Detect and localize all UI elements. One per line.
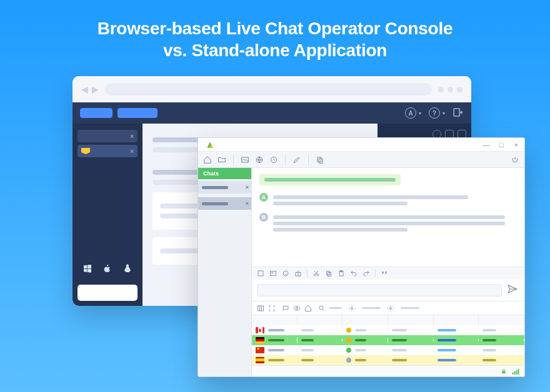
nav-back-icon[interactable]: ◀ [81, 84, 88, 94]
chat-transcript: A B [252, 168, 524, 267]
svg-rect-24 [516, 370, 518, 375]
edit-icon[interactable] [292, 155, 301, 164]
image-icon[interactable] [241, 155, 249, 164]
desktop-app-window: — □ × Chats × [198, 137, 525, 377]
gift-icon[interactable] [294, 270, 302, 277]
desktop-titlebar: — □ × [198, 138, 524, 152]
clock-icon[interactable] [269, 155, 278, 164]
flag-spain-icon [256, 357, 264, 363]
svg-point-9 [283, 271, 288, 276]
emoji-icon[interactable] [282, 270, 289, 277]
svg-rect-14 [328, 273, 331, 277]
undo-icon[interactable] [350, 270, 358, 277]
folder-icon[interactable] [218, 155, 226, 164]
svg-rect-25 [518, 369, 519, 375]
paste-icon[interactable] [338, 270, 345, 277]
close-icon[interactable]: × [246, 184, 249, 190]
visitor-row[interactable] [252, 325, 524, 335]
minimize-button[interactable]: — [482, 140, 491, 149]
svg-rect-0 [454, 109, 459, 116]
windows-icon[interactable] [82, 263, 92, 273]
flag-china-icon [256, 347, 264, 353]
svg-rect-5 [319, 159, 322, 163]
traffic-dot[interactable] [438, 87, 444, 92]
chevron-down-icon[interactable]: ▾ [419, 110, 421, 116]
flag-germany-icon [256, 337, 264, 343]
address-bar[interactable] [105, 83, 432, 96]
app-logo-icon [206, 140, 214, 149]
linux-icon[interactable] [122, 263, 132, 273]
chat-message: B [259, 213, 517, 234]
download-button[interactable] [78, 285, 138, 301]
chevron-down-icon[interactable]: ▾ [442, 110, 445, 116]
eye-icon[interactable] [293, 305, 301, 312]
gear-icon[interactable] [387, 305, 394, 312]
close-icon[interactable]: × [130, 148, 134, 155]
send-button[interactable] [507, 283, 519, 297]
svg-point-21 [390, 307, 392, 309]
conversation-tab[interactable]: × [78, 145, 138, 157]
cut-icon[interactable] [312, 270, 320, 277]
compose-toolbar [252, 267, 524, 280]
image-icon[interactable] [269, 270, 277, 277]
traffic-dot[interactable] [457, 87, 462, 92]
redo-icon[interactable] [362, 270, 370, 277]
visitor-row[interactable] [252, 345, 524, 355]
svg-rect-4 [318, 157, 321, 161]
apple-icon[interactable] [102, 263, 112, 273]
visitor-row[interactable] [252, 355, 524, 365]
flag-canada-icon [256, 327, 264, 333]
quote-icon[interactable] [381, 270, 388, 277]
conversation-tab[interactable]: × [78, 130, 138, 142]
topbar-pill[interactable] [118, 108, 158, 118]
copy-icon[interactable] [316, 155, 324, 164]
system-message [259, 174, 401, 185]
svg-point-19 [319, 306, 323, 310]
signal-icon [512, 368, 519, 375]
close-icon[interactable]: × [130, 133, 134, 140]
topbar-pill[interactable] [80, 108, 112, 118]
svg-rect-17 [258, 306, 264, 311]
search-field[interactable] [329, 307, 342, 309]
close-icon[interactable]: × [246, 200, 249, 207]
page-title: Browser-based Live Chat Operator Console… [0, 0, 550, 61]
app-topbar: A ▾ ? ▾ [72, 102, 471, 124]
conversation-item[interactable]: × [198, 181, 251, 194]
logout-icon[interactable] [452, 107, 464, 120]
message-input[interactable] [257, 284, 502, 296]
chat-message: A [259, 193, 517, 208]
attach-icon[interactable] [257, 270, 264, 277]
filter-label [362, 307, 381, 309]
desktop-left-sidebar: Chats × × [198, 168, 252, 376]
nav-forward-icon[interactable]: ▶ [92, 84, 99, 94]
status-dot-icon [346, 338, 351, 343]
visitor-row[interactable] [252, 335, 524, 345]
os-download-row [72, 257, 142, 280]
svg-rect-22 [512, 373, 514, 375]
expand-icon[interactable] [268, 305, 276, 312]
help-icon[interactable]: ? [429, 107, 440, 119]
columns-icon[interactable] [257, 305, 264, 312]
power-icon[interactable] [511, 155, 519, 164]
window-traffic-lights [438, 87, 462, 92]
home-icon[interactable] [304, 305, 312, 312]
gear-icon[interactable] [348, 305, 356, 312]
close-button[interactable]: × [512, 140, 521, 149]
copy-icon[interactable] [325, 270, 332, 277]
traffic-dot[interactable] [448, 87, 453, 92]
visitor-grid [252, 315, 524, 365]
svg-rect-13 [327, 272, 330, 275]
svg-point-20 [351, 307, 353, 309]
avatar-icon: B [259, 213, 268, 222]
conversation-item[interactable]: × [198, 197, 251, 210]
svg-rect-6 [258, 271, 263, 276]
account-icon[interactable]: A [405, 107, 416, 119]
search-icon[interactable] [318, 305, 326, 312]
globe-icon[interactable] [255, 155, 264, 164]
home-icon[interactable] [203, 155, 212, 164]
svg-rect-7 [271, 272, 276, 276]
filter-label [401, 307, 419, 309]
browser-chrome: ◀ ▶ [72, 76, 471, 102]
maximize-button[interactable]: □ [497, 140, 506, 149]
chat-icon[interactable] [282, 305, 289, 312]
